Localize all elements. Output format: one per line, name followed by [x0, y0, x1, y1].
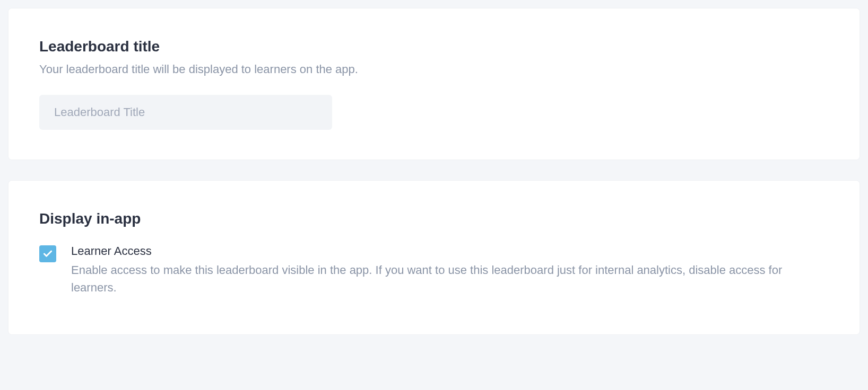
check-icon	[42, 249, 53, 259]
leaderboard-title-heading: Leaderboard title	[39, 38, 829, 55]
leaderboard-title-card: Leaderboard title Your leaderboard title…	[8, 8, 860, 159]
leaderboard-title-description: Your leaderboard title will be displayed…	[39, 61, 829, 78]
display-inapp-card: Display in-app Learner Access Enable acc…	[8, 181, 860, 334]
learner-access-checkbox[interactable]	[39, 245, 56, 262]
display-inapp-heading: Display in-app	[39, 210, 829, 227]
learner-access-row: Learner Access Enable access to make thi…	[39, 244, 829, 296]
learner-access-label: Learner Access	[71, 244, 829, 258]
leaderboard-title-input[interactable]	[39, 95, 332, 130]
learner-access-content: Learner Access Enable access to make thi…	[71, 244, 829, 296]
learner-access-description: Enable access to make this leaderboard v…	[71, 261, 829, 296]
